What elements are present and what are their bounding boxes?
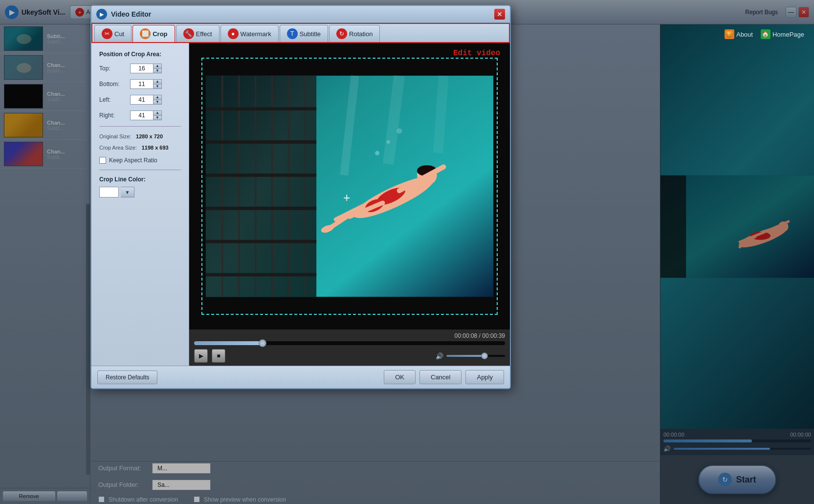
right-label: Right: bbox=[99, 112, 126, 119]
field-row-right: Right: ▲ ▼ bbox=[99, 110, 181, 120]
dialog-close-button[interactable]: ✕ bbox=[494, 9, 505, 20]
crop-icon: ⬜ bbox=[140, 28, 151, 39]
time-display: 00:00:08 / 00:00:39 bbox=[194, 332, 505, 339]
svg-point-40 bbox=[396, 128, 402, 133]
cut-icon: ✂ bbox=[102, 28, 112, 39]
original-size-row: Original Size: 1280 x 720 bbox=[99, 132, 181, 140]
progress-thumb[interactable] bbox=[259, 339, 266, 347]
dialog-footer: Restore Defaults OK Cancel Apply bbox=[91, 366, 510, 388]
play-button[interactable]: ▶ bbox=[194, 349, 208, 363]
rotation-icon: ↻ bbox=[336, 28, 347, 39]
effect-icon: 🔧 bbox=[183, 28, 194, 39]
watermark-icon: ● bbox=[228, 28, 239, 39]
about-homepage-bar: 🏆 About 🏠 HomePage bbox=[725, 29, 804, 39]
right-input-wrap: ▲ ▼ bbox=[130, 110, 162, 120]
svg-point-38 bbox=[375, 151, 379, 155]
bottom-input-wrap: ▲ ▼ bbox=[130, 79, 162, 89]
right-input[interactable] bbox=[130, 110, 154, 120]
video-editor-dialog: ▶ Video Editor ✕ ✂ Cut ⬜ Crop 🔧 Effect bbox=[90, 5, 511, 389]
crop-area-value: 1198 x 693 bbox=[142, 145, 169, 151]
dialog-title: Video Editor bbox=[111, 10, 490, 18]
right-spin-buttons: ▲ ▼ bbox=[154, 110, 162, 120]
left-spin-down[interactable]: ▼ bbox=[154, 100, 161, 105]
cancel-button[interactable]: Cancel bbox=[419, 370, 462, 384]
settings-panel: Position of Crop Area: Top: ▲ ▼ Bottom: bbox=[91, 43, 189, 366]
homepage-link[interactable]: 🏠 HomePage bbox=[761, 29, 804, 39]
top-spin-down[interactable]: ▼ bbox=[154, 69, 161, 73]
bottom-input[interactable] bbox=[130, 79, 154, 89]
tab-rotation[interactable]: ↻ Rotation bbox=[329, 25, 380, 42]
bottom-spin-down[interactable]: ▼ bbox=[154, 85, 161, 89]
video-frame: + Edit video bbox=[189, 43, 510, 329]
time-current: 00:00:08 bbox=[455, 332, 478, 339]
svg-line-37 bbox=[438, 76, 443, 153]
left-input[interactable] bbox=[130, 95, 154, 105]
tab-subtitle[interactable]: T Subtitle bbox=[280, 25, 328, 42]
dialog-body: Position of Crop Area: Top: ▲ ▼ Bottom: bbox=[91, 43, 510, 366]
left-spin-buttons: ▲ ▼ bbox=[154, 95, 162, 105]
restore-defaults-button[interactable]: Restore Defaults bbox=[97, 371, 157, 384]
top-input[interactable] bbox=[130, 64, 154, 73]
bottom-label: Bottom: bbox=[99, 81, 126, 88]
divider bbox=[99, 126, 181, 127]
color-label: Crop Line Color: bbox=[99, 176, 181, 183]
volume-control: 🔊 bbox=[436, 352, 505, 360]
vol-thumb[interactable] bbox=[481, 352, 488, 359]
dialog-tabs-wrapper: ✂ Cut ⬜ Crop 🔧 Effect ● Watermark T Subt… bbox=[91, 23, 510, 43]
divider2 bbox=[99, 170, 181, 170]
left-input-wrap: ▲ ▼ bbox=[130, 95, 162, 105]
about-link[interactable]: 🏆 About bbox=[725, 29, 753, 39]
dialog-titlebar: ▶ Video Editor ✕ bbox=[91, 6, 510, 23]
crop-area-label: Crop Area Size: bbox=[99, 145, 137, 151]
svg-text:+: + bbox=[343, 191, 351, 204]
vol-fill bbox=[446, 355, 484, 357]
about-icon: 🏆 bbox=[725, 29, 734, 39]
field-row-top: Top: ▲ ▼ bbox=[99, 64, 181, 73]
vol-slider[interactable] bbox=[446, 355, 505, 357]
playback-controls: ▶ ■ 🔊 bbox=[194, 349, 505, 363]
tab-effect[interactable]: 🔧 Effect bbox=[176, 25, 220, 42]
ok-button[interactable]: OK bbox=[384, 370, 416, 384]
time-total: 00:00:39 bbox=[482, 332, 505, 339]
subtitle-icon: T bbox=[287, 28, 298, 39]
video-panel: + Edit video 00:00:08 / 00:00:39 bbox=[189, 43, 510, 366]
tab-cut[interactable]: ✂ Cut bbox=[94, 25, 132, 42]
field-row-left: Left: ▲ ▼ bbox=[99, 95, 181, 105]
tab-watermark[interactable]: ● Watermark bbox=[220, 25, 279, 42]
left-label: Left: bbox=[99, 96, 126, 103]
original-size-label: Original Size: bbox=[99, 133, 131, 139]
aspect-ratio-label: Keep Aspect Ratio bbox=[109, 157, 157, 164]
vol-icon: 🔊 bbox=[436, 352, 443, 360]
video-preview-area: + Edit video bbox=[189, 43, 510, 329]
top-spin-buttons: ▲ ▼ bbox=[154, 64, 162, 73]
top-label: Top: bbox=[99, 65, 126, 72]
aspect-ratio-checkbox[interactable] bbox=[99, 157, 106, 164]
bottom-spin-buttons: ▲ ▼ bbox=[154, 79, 162, 89]
apply-button[interactable]: Apply bbox=[465, 370, 504, 384]
field-row-bottom: Bottom: ▲ ▼ bbox=[99, 79, 181, 89]
edit-video-annotation: Edit video bbox=[453, 49, 500, 58]
color-swatch[interactable] bbox=[99, 187, 119, 197]
stop-button[interactable]: ■ bbox=[212, 349, 225, 363]
color-row: ▼ bbox=[99, 187, 181, 197]
video-controls-bar: 00:00:08 / 00:00:39 ▶ ■ 🔊 bbox=[189, 329, 510, 366]
aspect-ratio-row: Keep Aspect Ratio bbox=[99, 157, 181, 164]
tab-crop[interactable]: ⬜ Crop bbox=[132, 25, 175, 42]
video-content-svg: + bbox=[189, 43, 510, 329]
homepage-icon: 🏠 bbox=[761, 29, 770, 39]
original-size-value: 1280 x 720 bbox=[136, 133, 163, 139]
crop-area-row: Crop Area Size: 1198 x 693 bbox=[99, 144, 181, 151]
top-input-wrap: ▲ ▼ bbox=[130, 64, 162, 73]
video-progress-bar[interactable] bbox=[194, 341, 505, 345]
settings-section-title: Position of Crop Area: bbox=[99, 51, 181, 58]
dialog-title-icon: ▶ bbox=[96, 9, 107, 20]
svg-point-39 bbox=[387, 140, 390, 144]
right-spin-down[interactable]: ▼ bbox=[154, 116, 161, 120]
color-dropdown[interactable]: ▼ bbox=[121, 187, 134, 197]
progress-fill bbox=[194, 341, 263, 345]
dialog-tabs: ✂ Cut ⬜ Crop 🔧 Effect ● Watermark T Subt… bbox=[91, 23, 510, 43]
